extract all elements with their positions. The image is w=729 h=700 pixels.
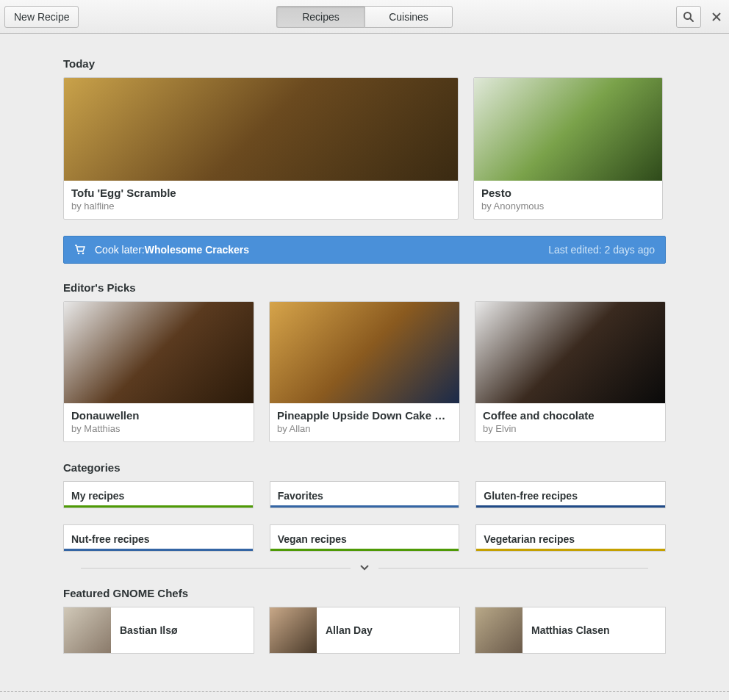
recipe-author: by Anonymous	[481, 201, 655, 212]
recipe-card[interactable]: Donauwellen by Matthias	[63, 301, 254, 442]
chefs-row: Bastian Ilsø Allan Day Matthias Clasen	[63, 607, 666, 654]
banner-recipe-name: Wholesome Crackers	[145, 244, 249, 256]
svg-point-5	[82, 253, 85, 255]
picks-row: Donauwellen by Matthias Pineapple Upside…	[63, 301, 666, 442]
categories-grid: My recipes Favorites Gluten-free recipes…	[63, 481, 666, 552]
category-favorites[interactable]: Favorites	[270, 481, 460, 508]
scroll-cutoff	[0, 691, 729, 700]
tab-recipes[interactable]: Recipes	[276, 6, 364, 28]
cook-later-banner[interactable]: Cook later: Wholesome Crackers Last edit…	[63, 236, 666, 264]
avatar	[270, 607, 317, 653]
section-categories-title: Categories	[63, 461, 666, 474]
recipe-author: by halfline	[71, 201, 450, 212]
recipe-title: Donauwellen	[71, 409, 246, 422]
category-nut-free[interactable]: Nut-free recipes	[63, 524, 254, 552]
headerbar: New Recipe Recipes Cuisines	[0, 0, 729, 34]
svg-point-4	[78, 253, 80, 255]
svg-line-1	[690, 18, 693, 21]
recipe-card[interactable]: Pesto by Anonymous	[473, 77, 663, 220]
recipe-title: Coffee and chocolate	[483, 409, 658, 422]
section-today-title: Today	[63, 57, 666, 70]
tab-cuisines[interactable]: Cuisines	[364, 6, 453, 28]
recipe-title: Pineapple Upside Down Cake …	[277, 409, 452, 422]
chef-card[interactable]: Bastian Ilsø	[63, 607, 254, 654]
section-picks-title: Editor's Picks	[63, 281, 666, 294]
search-button[interactable]	[676, 6, 701, 28]
banner-prefix: Cook later:	[95, 244, 145, 256]
recipe-title: Tofu 'Egg' Scramble	[71, 187, 450, 199]
category-my-recipes[interactable]: My recipes	[63, 481, 254, 508]
recipe-card[interactable]: Coffee and chocolate by Elvin	[475, 301, 666, 442]
category-vegetarian[interactable]: Vegetarian recipes	[475, 524, 666, 552]
recipe-image	[64, 302, 254, 403]
recipe-image	[475, 302, 665, 403]
divider	[378, 568, 648, 569]
close-icon	[712, 12, 721, 21]
recipe-author: by Elvin	[483, 423, 658, 434]
main-content: Today Tofu 'Egg' Scramble by halfline Pe…	[0, 34, 729, 654]
close-button[interactable]	[708, 9, 725, 25]
banner-edited: Last edited: 2 days ago	[548, 244, 655, 256]
chef-name: Allan Day	[317, 624, 373, 636]
chef-card[interactable]: Allan Day	[269, 607, 460, 654]
cart-icon	[74, 244, 86, 256]
chef-card[interactable]: Matthias Clasen	[475, 607, 666, 654]
divider	[81, 568, 351, 569]
recipe-card[interactable]: Pineapple Upside Down Cake … by Allan	[269, 301, 460, 442]
section-chefs-title: Featured GNOME Chefs	[63, 587, 666, 599]
recipe-image	[64, 78, 458, 181]
chef-name: Bastian Ilsø	[111, 624, 178, 636]
recipe-card[interactable]: Tofu 'Egg' Scramble by halfline	[63, 77, 459, 220]
chef-name: Matthias Clasen	[522, 624, 610, 636]
category-gluten-free[interactable]: Gluten-free recipes	[475, 481, 666, 508]
chevron-down-icon	[359, 564, 370, 571]
recipe-image	[270, 302, 459, 403]
expand-button[interactable]	[359, 562, 370, 574]
recipe-author: by Allan	[277, 423, 452, 434]
avatar	[475, 607, 522, 653]
today-row: Tofu 'Egg' Scramble by halfline Pesto by…	[63, 77, 666, 220]
recipe-image	[474, 78, 662, 181]
recipe-author: by Matthias	[71, 423, 246, 434]
categories-expander	[81, 562, 648, 574]
category-vegan[interactable]: Vegan recipes	[270, 524, 460, 552]
search-icon	[683, 11, 694, 23]
new-recipe-button[interactable]: New Recipe	[4, 6, 79, 28]
view-switcher: Recipes Cuisines	[276, 6, 453, 28]
avatar	[64, 607, 111, 653]
recipe-title: Pesto	[481, 187, 655, 199]
